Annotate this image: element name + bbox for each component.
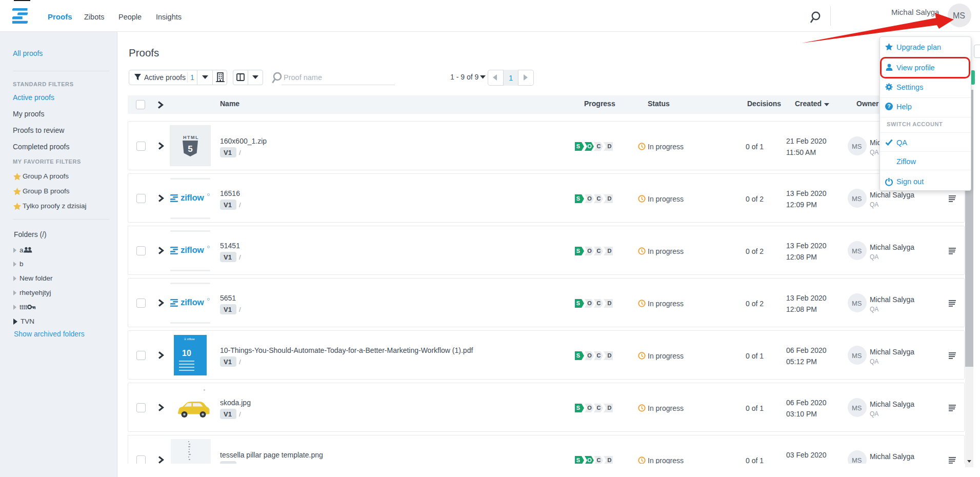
svg-text:5: 5 [188,144,192,154]
svg-text:?: ? [887,103,890,109]
